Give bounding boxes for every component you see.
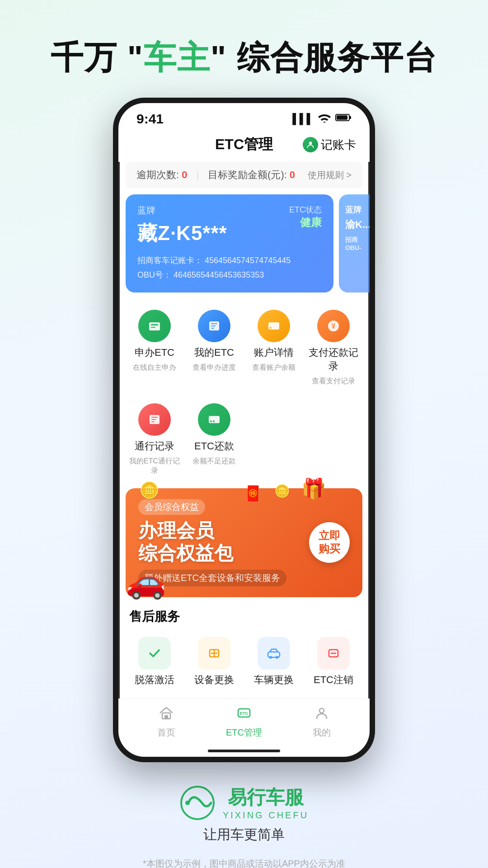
- etc-repay-icon: [198, 403, 230, 436]
- svg-point-23: [213, 420, 215, 422]
- overdue-label: 逾期次数:: [136, 168, 179, 182]
- svg-rect-1: [349, 116, 351, 119]
- rule-link[interactable]: 使用规则 >: [308, 169, 352, 181]
- svg-rect-33: [164, 715, 168, 719]
- status-time: 9:41: [136, 111, 164, 127]
- svg-point-13: [270, 327, 272, 329]
- feature-my-etc[interactable]: 我的ETC 查看申办进度: [185, 303, 243, 392]
- svg-rect-10: [211, 328, 214, 329]
- replace-device-label: 设备更换: [194, 673, 234, 687]
- red-packet-deco: 🧧: [244, 485, 262, 502]
- card-status: ETC状态 健康: [289, 204, 322, 230]
- svg-rect-12: [268, 324, 279, 326]
- aftersale-grid: 脱落激活 设备更换 车辆更换 ETC注销: [118, 629, 370, 698]
- brand-name-sub: YIXING CHEFU: [223, 810, 309, 821]
- brand-logo-icon: [179, 785, 216, 821]
- obu-label: OBU号：: [137, 270, 171, 279]
- member-banner-btn[interactable]: 立即购买: [309, 522, 350, 563]
- aftersale-replace-car[interactable]: 车辆更换: [245, 632, 303, 691]
- home-tab-icon: [159, 705, 174, 725]
- account-no-label: 招商客车记账卡：: [137, 256, 202, 265]
- reward-stat: 目标奖励金额(元): 0: [208, 168, 295, 182]
- tab-etc[interactable]: ETC ETC管理: [221, 705, 267, 739]
- cancel-etc-label: ETC注销: [314, 673, 353, 687]
- svg-point-29: [276, 656, 278, 659]
- apply-etc-icon: [138, 310, 171, 342]
- payment-record-label: 支付还款记录: [307, 346, 360, 373]
- card2-info: 招商OBU-: [345, 236, 370, 251]
- gift-box-deco: 🎁: [301, 477, 326, 500]
- car-deco: 🚗: [126, 562, 166, 601]
- brand-section: 易行车服 YIXING CHEFU 让用车更简单 *本图仅为示例，图中商品或活动…: [0, 762, 488, 868]
- activate-label: 脱落激活: [135, 673, 174, 687]
- svg-rect-6: [151, 327, 155, 328]
- svg-rect-2: [337, 115, 347, 120]
- hero-suffix: 综合服务平台: [237, 39, 437, 75]
- stats-divider: |: [196, 169, 199, 181]
- feature-grid-row1: 申办ETC 在线自主申办 我的ETC 查看申办进度 账户详情 查看账户余额 ¥: [118, 299, 370, 397]
- stats-bar: 逾期次数: 0 | 目标奖励金额(元): 0 使用规则 >: [126, 162, 362, 188]
- my-etc-icon: [198, 310, 230, 342]
- my-etc-label: 我的ETC: [194, 346, 234, 359]
- etc-tab-label: ETC管理: [226, 726, 262, 739]
- pass-record-desc: 我的ETC通行记录: [128, 457, 181, 476]
- aftersale-cancel-etc[interactable]: ETC注销: [305, 632, 362, 691]
- card-account: 招商客车记账卡： 4564564574574745445: [137, 253, 322, 268]
- card2-plate: 渝K...: [345, 218, 370, 231]
- hero-title: 千万 "车主" 综合服务平台: [0, 0, 488, 98]
- phone-frame: 9:41 ▌▌▌ ETC管理 记账卡: [113, 98, 375, 762]
- aftersale-title: 售后服务: [118, 602, 370, 629]
- hero-prefix: 千万: [51, 39, 117, 75]
- nav-header: ETC管理 记账卡: [118, 130, 370, 162]
- feature-apply-etc[interactable]: 申办ETC 在线自主申办: [126, 303, 183, 392]
- aftersale-activate[interactable]: 脱落激活: [126, 632, 183, 691]
- svg-point-36: [319, 708, 324, 713]
- status-bar: 9:41 ▌▌▌: [118, 103, 370, 130]
- feature-pass-record[interactable]: 通行记录 我的ETC通行记录: [126, 397, 183, 482]
- account-label: 记账卡: [321, 137, 356, 153]
- mine-tab-label: 我的: [313, 726, 331, 739]
- svg-rect-18: [151, 419, 156, 420]
- member-banner-tag: 会员综合权益: [138, 499, 205, 515]
- tab-bar: 首页 ETC ETC管理 我的: [118, 698, 370, 743]
- home-bar: [208, 750, 280, 752]
- reward-label: 目标奖励金额(元):: [208, 168, 287, 182]
- obu-val: 46465654456453635353: [174, 270, 264, 279]
- apply-etc-desc: 在线自主申办: [133, 363, 176, 373]
- home-tab-label: 首页: [157, 726, 175, 739]
- aftersale-replace-device[interactable]: 设备更换: [185, 632, 243, 691]
- tab-mine[interactable]: 我的: [299, 705, 344, 739]
- svg-point-38: [185, 801, 190, 805]
- feature-payment-record[interactable]: ¥ 支付还款记录 查看支付记录: [305, 303, 362, 392]
- etc-card-secondary[interactable]: 蓝牌 渝K... 招商OBU-: [339, 194, 370, 292]
- feature-etc-repay[interactable]: ETC还款 余额不足还款: [185, 397, 243, 482]
- svg-rect-8: [211, 323, 217, 324]
- home-indicator: [118, 743, 370, 757]
- cancel-etc-icon: [317, 637, 350, 670]
- nav-account[interactable]: 记账卡: [303, 137, 356, 153]
- payment-record-desc: 查看支付记录: [312, 377, 355, 386]
- reward-val: 0: [290, 169, 295, 181]
- svg-rect-19: [151, 421, 155, 422]
- brand-name-group: 易行车服 YIXING CHEFU: [223, 785, 309, 821]
- account-detail-desc: 查看账户余额: [252, 363, 296, 373]
- tab-home[interactable]: 首页: [144, 705, 189, 739]
- account-detail-label: 账户详情: [254, 346, 294, 359]
- feature-account-detail[interactable]: 账户详情 查看账户余额: [245, 303, 303, 392]
- member-banner[interactable]: 🪙 🪙 🎁 🚗 🧧 会员综合权益 办理会员综合权益包 额外赠送ETC全套设备和安…: [126, 488, 362, 597]
- overdue-stat: 逾期次数: 0: [136, 168, 187, 182]
- nav-title: ETC管理: [215, 135, 273, 155]
- wifi-icon: [318, 113, 331, 125]
- my-etc-desc: 查看申办进度: [192, 363, 236, 373]
- svg-text:ETC: ETC: [240, 711, 249, 716]
- overdue-val: 0: [182, 169, 187, 181]
- card-status-label: ETC状态: [289, 204, 322, 215]
- coin-deco-2: 🪙: [274, 484, 290, 499]
- replace-car-icon: [258, 637, 290, 670]
- card-info: 招商客车记账卡： 4564564574574745445 OBU号： 46465…: [137, 253, 322, 283]
- coin-deco-1: 🪙: [139, 481, 160, 500]
- etc-card-primary[interactable]: 蓝牌 藏Z·K5*** 招商客车记账卡： 4564564574574745445…: [126, 194, 333, 292]
- feature-empty-1: [245, 397, 303, 482]
- svg-rect-17: [151, 417, 158, 418]
- payment-record-icon: ¥: [317, 310, 350, 342]
